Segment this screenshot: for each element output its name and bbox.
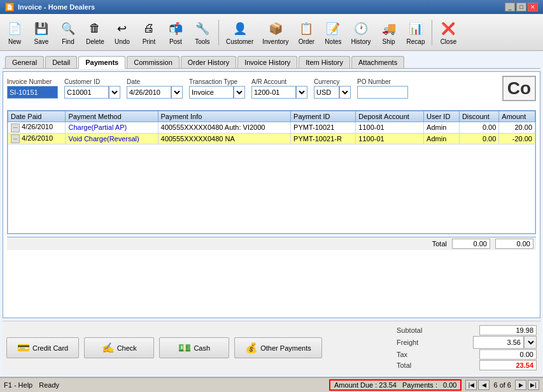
delete-button[interactable]: 🗑 Delete xyxy=(83,18,108,47)
table-row[interactable]: ··· 4/26/2010 Charge(Partial AP) 400555X… xyxy=(8,122,535,134)
history-icon: 🕐 xyxy=(352,20,370,38)
totals-panel: Subtotal Freight N Tax xyxy=(397,325,537,370)
other-payments-label: Other Payments xyxy=(260,344,311,352)
tools-icon: 🔧 xyxy=(194,20,211,38)
freight-label: Freight xyxy=(397,339,435,346)
po-number-group: PO Number xyxy=(357,78,408,99)
cell-payment-info-2: 400555XXXXX0480 NA xyxy=(158,133,291,144)
date-select[interactable]: ▼ xyxy=(171,86,183,99)
notes-icon: 📝 xyxy=(324,20,342,38)
inventory-icon: 📦 xyxy=(267,20,285,38)
order-button[interactable]: 📋 Order xyxy=(294,18,318,47)
amount-due-value: 23.54 xyxy=(379,381,397,389)
history-button[interactable]: 🕐 History xyxy=(348,18,374,47)
close-button-toolbar[interactable]: ❌ Close xyxy=(436,18,460,47)
credit-card-button[interactable]: 💳 Credit Card xyxy=(6,337,79,358)
print-button[interactable]: 🖨 Print xyxy=(137,18,161,47)
customer-button[interactable]: 👤 Customer xyxy=(223,18,257,47)
tax-value[interactable] xyxy=(479,349,537,360)
undo-button[interactable]: ↩ Undo xyxy=(110,18,134,47)
prev-page-button[interactable]: ◀ xyxy=(478,380,490,390)
last-page-button[interactable]: ▶| xyxy=(528,380,539,390)
tab-attachments[interactable]: Attachments xyxy=(351,56,404,68)
tab-item-history[interactable]: Item History xyxy=(299,56,350,68)
date-input[interactable] xyxy=(127,86,171,99)
tab-commission[interactable]: Commission xyxy=(127,56,180,68)
maximize-button[interactable]: □ xyxy=(516,3,526,11)
customer-id-select[interactable]: ▼ xyxy=(109,86,120,99)
customer-id-group: Customer ID ▼ xyxy=(64,78,120,99)
cell-payment-info: 400555XXXXX0480 Auth: VI2000 xyxy=(158,122,291,134)
other-payments-icon: 💰 xyxy=(245,342,258,354)
save-button[interactable]: 💾 Save xyxy=(29,18,53,47)
currency-select[interactable]: ▼ xyxy=(339,86,351,99)
currency-input[interactable] xyxy=(314,86,339,99)
find-button[interactable]: 🔍 Find xyxy=(56,18,80,47)
other-payments-button[interactable]: 💰 Other Payments xyxy=(234,337,321,358)
amount-due-container: Amount Due : 23.54 Payments : 0.00 xyxy=(329,379,462,391)
credit-card-label: Credit Card xyxy=(32,344,68,352)
row-menu-button[interactable]: ··· xyxy=(11,123,20,132)
transaction-type-input[interactable] xyxy=(189,86,234,99)
tools-button[interactable]: 🔧 Tools xyxy=(190,18,215,47)
tab-detail[interactable]: Detail xyxy=(45,56,77,68)
total-amount-value: 0.00 xyxy=(495,239,533,249)
new-button[interactable]: 📄 New xyxy=(3,18,27,47)
tab-invoice-history[interactable]: Invoice History xyxy=(237,56,297,68)
ar-account-select[interactable]: ▼ xyxy=(296,86,307,99)
col-date-paid: Date Paid xyxy=(8,111,66,122)
cell-user-id-2: Admin xyxy=(424,133,460,144)
freight-code-select[interactable]: N xyxy=(524,336,537,349)
minimize-button[interactable]: _ xyxy=(505,3,515,11)
cell-deposit-account-2: 1100-01 xyxy=(356,133,424,144)
subtotal-label: Subtotal xyxy=(397,326,435,334)
inventory-button[interactable]: 📦 Inventory xyxy=(259,18,292,47)
payments-table-container: Date Paid Payment Method Payment Info Pa… xyxy=(7,110,536,234)
check-button[interactable]: ✍ Check xyxy=(84,337,154,358)
close-toolbar-icon: ❌ xyxy=(439,20,457,38)
recap-button[interactable]: 📊 Recap xyxy=(404,18,428,47)
customer-id-input[interactable] xyxy=(64,86,109,99)
bottom-section: 💳 Credit Card ✍ Check 💵 Cash 💰 Other Pay… xyxy=(3,321,540,374)
table-row[interactable]: ··· 4/26/2010 Void Charge(Reversal) 4005… xyxy=(8,133,535,144)
cash-label: Cash xyxy=(194,344,210,352)
tab-payments[interactable]: Payments xyxy=(78,56,125,69)
ar-account-input[interactable] xyxy=(251,86,296,99)
next-page-button[interactable]: ▶ xyxy=(515,380,526,390)
total-value[interactable] xyxy=(479,360,537,370)
cash-button[interactable]: 💵 Cash xyxy=(159,337,229,358)
order-icon: 📋 xyxy=(297,20,315,38)
window-title: Invoice - Home Dealers xyxy=(18,3,95,11)
tab-order-history[interactable]: Order History xyxy=(181,56,236,68)
cell-date-paid-2: ··· 4/26/2010 xyxy=(8,133,66,144)
payments-panel: Invoice Number Customer ID ▼ Date ▼ xyxy=(3,71,540,318)
recap-icon: 📊 xyxy=(407,20,425,38)
amount-due-label: Amount Due : xyxy=(334,381,377,389)
cell-date-paid: ··· 4/26/2010 xyxy=(8,122,66,134)
close-button[interactable]: ✕ xyxy=(528,3,538,11)
payments-table: Date Paid Payment Method Payment Info Pa… xyxy=(8,111,535,234)
transaction-type-select[interactable]: ▼ xyxy=(234,86,245,99)
tab-general[interactable]: General xyxy=(5,56,44,68)
col-user-id: User ID xyxy=(424,111,460,122)
payments-value: 0.00 xyxy=(443,381,456,389)
invoice-number-input[interactable] xyxy=(7,86,58,99)
col-deposit-account: Deposit Account xyxy=(356,111,424,122)
post-button[interactable]: 📬 Post xyxy=(164,18,188,47)
col-amount: Amount xyxy=(499,111,535,122)
cell-amount-2: -20.00 xyxy=(499,133,535,144)
freight-value[interactable] xyxy=(473,336,524,349)
po-number-input[interactable] xyxy=(357,86,408,99)
cell-discount-2: 0.00 xyxy=(459,133,498,144)
first-page-button[interactable]: |◀ xyxy=(465,380,477,390)
check-label: Check xyxy=(117,344,137,352)
notes-button[interactable]: 📝 Notes xyxy=(321,18,345,47)
subtotal-value[interactable] xyxy=(479,325,537,335)
po-number-label: PO Number xyxy=(357,78,408,85)
tax-label: Tax xyxy=(397,351,435,358)
window-controls[interactable]: _ □ ✕ xyxy=(505,3,538,11)
col-payment-id: Payment ID xyxy=(291,111,356,122)
ship-button[interactable]: 🚚 Ship xyxy=(377,18,401,47)
row-menu-button-2[interactable]: ··· xyxy=(11,134,20,143)
help-label: F1 - Help xyxy=(4,381,32,389)
